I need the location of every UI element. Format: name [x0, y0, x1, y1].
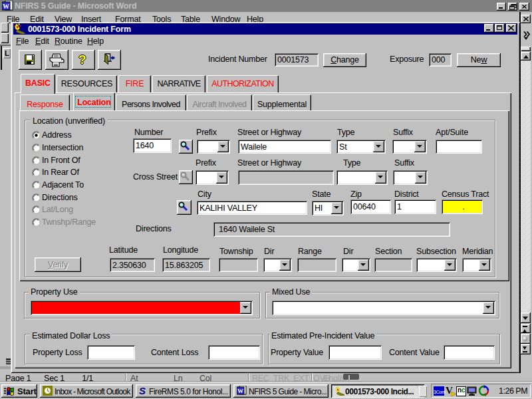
svg-text:W: W: [3, 3, 9, 10]
svg-text:W: W: [237, 388, 243, 394]
